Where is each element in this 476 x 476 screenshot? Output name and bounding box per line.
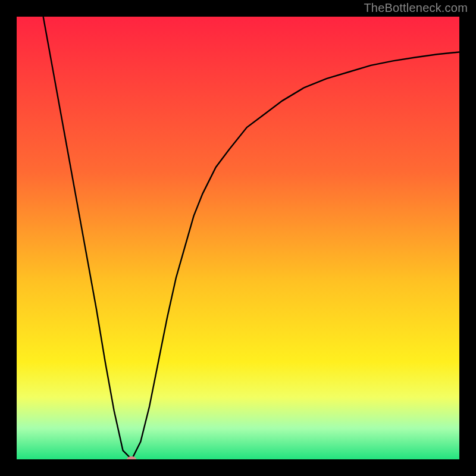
plot-area <box>17 17 459 459</box>
chart-container: TheBottleneck.com <box>0 0 476 476</box>
bottleneck-curve <box>17 17 459 459</box>
bottleneck-marker <box>127 456 136 459</box>
watermark-text: TheBottleneck.com <box>364 1 468 15</box>
